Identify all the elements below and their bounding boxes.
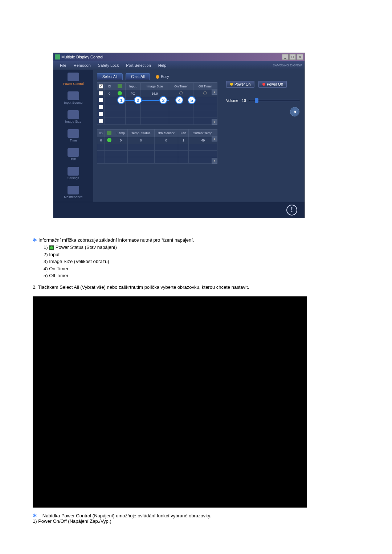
- brand-label: SAMSUNG DIGITall: [273, 63, 302, 67]
- off-timer-icon: [203, 91, 207, 95]
- header-status: [105, 130, 114, 137]
- power-on-label: Power On: [234, 82, 250, 86]
- sidebar-settings[interactable]: Settings: [53, 164, 93, 183]
- menu-help[interactable]: Help: [155, 63, 170, 67]
- settings-icon: [68, 167, 79, 176]
- volume-value: 10: [242, 99, 246, 103]
- callout-1: 1: [117, 96, 125, 104]
- description-3: ✱ Nabídka Power Control (Napájení) umožň…: [33, 513, 392, 524]
- power-status-inline-icon: [49, 245, 54, 250]
- input-source-icon: [68, 91, 79, 100]
- title-bar: Multiple Display Control _ □ ×: [53, 53, 305, 61]
- description-block: ✱Informační mřížka zobrazuje základní in…: [33, 236, 392, 279]
- window-title: Multiple Display Control: [61, 55, 103, 59]
- scroll-up-button[interactable]: ▲: [212, 136, 217, 141]
- power-on-button[interactable]: Power On: [226, 81, 254, 88]
- sidebar-power-control[interactable]: Power Control: [53, 70, 93, 89]
- status-bar: !: [53, 202, 305, 218]
- callout-2: 2: [134, 96, 142, 104]
- sidebar: Power Control Input Source Image Size Ti…: [53, 70, 93, 202]
- sidebar-label: Input Source: [64, 101, 82, 104]
- star-icon: ✱: [33, 237, 37, 243]
- cell-br-sensor: 0: [154, 137, 178, 144]
- app-window: Multiple Display Control _ □ × File Remo…: [53, 53, 305, 218]
- header-on-timer: On Timer: [169, 83, 193, 90]
- menu-port-selection[interactable]: Port Selection: [122, 63, 154, 67]
- volume-thumb[interactable]: [255, 98, 258, 103]
- maintenance-icon: [68, 186, 79, 194]
- sidebar-label: Maintenance: [64, 195, 83, 199]
- sidebar-label: Image Size: [65, 120, 81, 123]
- right-panel: Power On Power Off Volume 10 ◄: [221, 70, 305, 202]
- row-checkbox[interactable]: [99, 91, 103, 95]
- on-timer-icon: [179, 91, 183, 95]
- minimize-button[interactable]: _: [282, 54, 289, 60]
- header-temp-status: Temp. Status: [128, 130, 154, 137]
- alert-icon: !: [286, 205, 297, 216]
- cell-temp-status: 0: [128, 137, 154, 144]
- star-icon: ✱: [33, 513, 37, 518]
- header-id: ID: [105, 83, 114, 90]
- maximize-button[interactable]: □: [289, 54, 296, 60]
- desc-intro: Informační mřížka zobrazuje základní inf…: [38, 237, 194, 243]
- sidebar-label: Time: [70, 139, 77, 142]
- callout-5: 5: [188, 96, 196, 104]
- mute-button[interactable]: ◄: [290, 107, 299, 116]
- menu-remocon[interactable]: Remocon: [70, 63, 94, 67]
- header-image-size: Image Size: [140, 83, 169, 90]
- cell-fan: 1: [178, 137, 189, 144]
- header-id: ID: [97, 130, 105, 137]
- table-row: [97, 118, 217, 125]
- table-row: [97, 157, 217, 164]
- callout-4: 4: [175, 96, 183, 104]
- callout-3: 3: [159, 96, 167, 104]
- desc-item-3: Image Size (Velikost obrazu): [49, 259, 109, 264]
- header-checkbox[interactable]: [97, 83, 105, 90]
- power-on-dot-icon: [230, 83, 233, 86]
- table-row[interactable]: 0 0 0 0 1 49: [97, 137, 217, 144]
- busy-dot-icon: [156, 75, 159, 79]
- table-row: [97, 151, 217, 157]
- volume-control: Volume 10: [226, 99, 299, 103]
- menu-bar: File Remocon Safety Lock Port Selection …: [53, 61, 305, 70]
- sidebar-time[interactable]: Time: [53, 126, 93, 145]
- cell-id: 0: [97, 137, 105, 144]
- info-grid-2: ID Lamp Temp. Status B/R Sensor Fan Curr…: [97, 129, 217, 164]
- sidebar-label: PIP: [71, 157, 76, 161]
- scroll-up-button[interactable]: ▲: [212, 89, 217, 95]
- close-button[interactable]: ×: [297, 54, 303, 60]
- time-icon: [68, 129, 79, 138]
- scroll-down-button[interactable]: ▼: [212, 158, 217, 164]
- desc-item-1: Power Status (Stav napájení): [56, 245, 117, 250]
- description-2: 2. Tlačítkem Select All (Vybrat vše) neb…: [33, 284, 392, 290]
- clear-all-button[interactable]: Clear All: [126, 73, 150, 80]
- power-off-label: Power Off: [267, 82, 283, 86]
- cell-lamp: 0: [114, 137, 128, 144]
- table-row: [97, 144, 217, 151]
- menu-file[interactable]: File: [56, 63, 70, 67]
- header-br-sensor: B/R Sensor: [154, 130, 178, 137]
- power-control-icon: [68, 73, 79, 81]
- volume-label: Volume: [226, 99, 238, 103]
- header-fan: Fan: [178, 130, 189, 137]
- sidebar-input-source[interactable]: Input Source: [53, 89, 93, 107]
- table-row: [97, 111, 217, 118]
- screenshot-placeholder: [33, 296, 307, 508]
- desc3-line1: Nabídka Power Control (Napájení) umožňuj…: [42, 513, 211, 518]
- volume-slider[interactable]: [249, 100, 299, 101]
- desc-item-4: On Timer: [49, 266, 68, 271]
- select-all-button[interactable]: Select All: [97, 73, 123, 80]
- sidebar-pip[interactable]: PIP: [53, 145, 93, 164]
- scroll-down-button[interactable]: ▼: [212, 119, 217, 125]
- power-off-dot-icon: [262, 83, 265, 86]
- busy-label: Busy: [161, 75, 169, 79]
- menu-safety-lock[interactable]: Safety Lock: [94, 63, 122, 67]
- sidebar-label: Settings: [68, 176, 79, 180]
- sidebar-maintenance[interactable]: Maintenance: [53, 183, 93, 202]
- status-green-icon: [107, 138, 111, 142]
- desc-item-5: Off Timer: [49, 273, 68, 278]
- sidebar-label: Power Control: [63, 82, 83, 86]
- sidebar-image-size[interactable]: Image Size: [53, 107, 93, 126]
- power-off-button[interactable]: Power Off: [258, 81, 287, 88]
- status-green-icon: [118, 91, 122, 95]
